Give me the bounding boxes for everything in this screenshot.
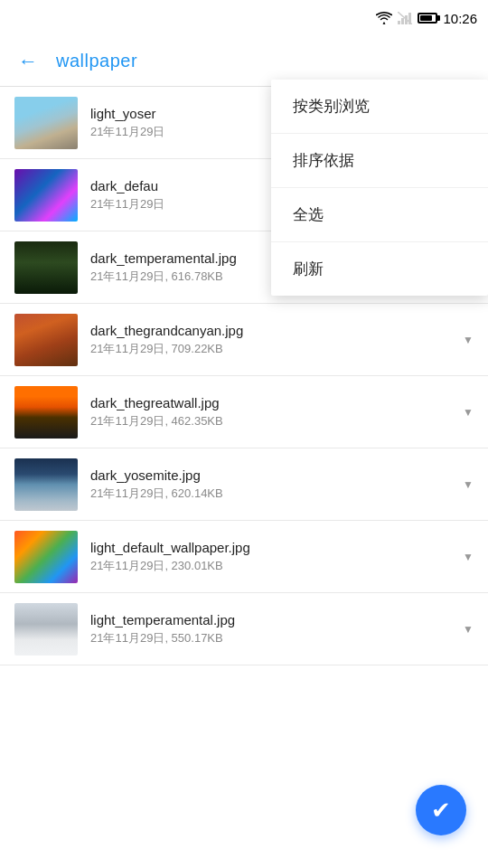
chevron-down-icon: ▼ [463, 551, 474, 563]
menu-item-browse-by-category[interactable]: 按类别浏览 [271, 80, 488, 134]
battery-icon [418, 13, 437, 24]
list-item[interactable]: light_temperamental.jpg21年11月29日, 550.17… [0, 593, 488, 665]
file-meta: 21年11月29日, 230.01KB [90, 558, 455, 574]
menu-item-sort-by[interactable]: 排序依据 [271, 134, 488, 188]
page-title: wallpaper [56, 51, 137, 71]
dropdown-menu: 按类别浏览 排序依据 全选 刷新 [271, 80, 488, 296]
file-thumbnail [14, 169, 78, 222]
status-icons: 10:26 [376, 11, 477, 26]
file-name: dark_yosemite.jpg [90, 467, 343, 483]
wifi-icon [376, 12, 392, 24]
file-name: light_default_wallpaper.jpg [90, 540, 343, 555]
menu-item-refresh[interactable]: 刷新 [271, 242, 488, 296]
file-thumbnail [14, 458, 78, 511]
file-name: dark_thegreatwall.jpg [90, 395, 343, 410]
file-name: dark_thegrandcanyan.jpg [90, 323, 343, 338]
back-button[interactable]: ← [14, 46, 42, 77]
chevron-down-icon: ▼ [463, 623, 474, 636]
list-item[interactable]: dark_thegreatwall.jpg21年11月29日, 462.35KB… [0, 376, 488, 448]
file-meta: 21年11月29日, 620.14KB [90, 486, 455, 502]
chevron-down-icon: ▼ [463, 478, 474, 491]
signal-icon [398, 12, 412, 24]
file-thumbnail [14, 314, 78, 366]
file-thumbnail [14, 97, 78, 149]
list-item[interactable]: dark_thegrandcanyan.jpg21年11月29日, 709.22… [0, 304, 488, 376]
status-bar: 10:26 [0, 0, 488, 36]
list-item[interactable]: dark_yosemite.jpg21年11月29日, 620.14KB▼ [0, 448, 488, 521]
file-meta: 21年11月29日, 550.17KB [90, 630, 455, 646]
file-meta: 21年11月29日, 462.35KB [90, 413, 455, 429]
list-item[interactable]: light_default_wallpaper.jpg21年11月29日, 23… [0, 521, 488, 593]
svg-rect-1 [401, 18, 404, 24]
chevron-down-icon: ▼ [463, 406, 474, 419]
file-thumbnail [14, 386, 78, 439]
done-fab[interactable]: ✔ [416, 785, 466, 835]
file-name: light_temperamental.jpg [90, 612, 343, 627]
file-thumbnail [14, 603, 78, 656]
svg-rect-0 [398, 21, 400, 24]
chevron-down-icon: ▼ [463, 334, 474, 346]
checkmark-icon: ✔ [431, 798, 451, 822]
file-thumbnail [14, 241, 78, 294]
file-thumbnail [14, 531, 78, 583]
file-meta: 21年11月29日, 709.22KB [90, 341, 455, 357]
status-time: 10:26 [443, 11, 477, 26]
menu-item-select-all[interactable]: 全选 [271, 188, 488, 242]
